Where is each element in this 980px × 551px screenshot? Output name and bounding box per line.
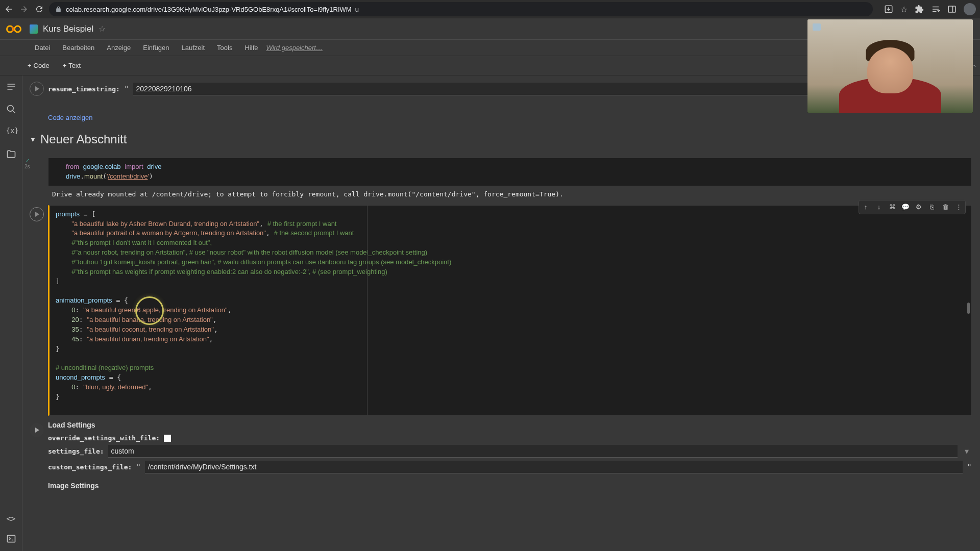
cell-success-icon: ✓: [26, 158, 30, 163]
quote-open: ": [136, 462, 141, 472]
resume-label: resume_timestring:: [48, 85, 120, 93]
link-icon[interactable]: ⌘: [886, 201, 899, 214]
colab-logo-icon[interactable]: [6, 23, 24, 35]
section-title: Neuer Abschnitt: [40, 132, 127, 146]
menu-laufzeit[interactable]: Laufzeit: [177, 42, 210, 54]
svg-point-5: [7, 106, 13, 112]
custom-file-input[interactable]: [145, 461, 963, 473]
settings-file-label: settings_file:: [48, 447, 104, 455]
svg-rect-1: [948, 6, 955, 12]
menu-einfuegen[interactable]: Einfügen: [138, 42, 174, 54]
lock-icon: [55, 6, 62, 13]
cell-output: Drive already mounted at /content/drive;…: [27, 186, 972, 202]
add-code-button[interactable]: +Code: [22, 60, 55, 71]
saving-status[interactable]: Wird gespeichert…: [266, 44, 322, 52]
code-ruler: [367, 206, 368, 416]
sidepanel-icon[interactable]: [947, 5, 957, 14]
files-icon[interactable]: [6, 149, 16, 159]
move-down-icon[interactable]: ↓: [872, 201, 886, 214]
search-icon[interactable]: [6, 104, 16, 114]
custom-file-label: custom_settings_file:: [48, 463, 132, 471]
webcam-overlay: [807, 19, 973, 113]
quote-close: ": [967, 462, 972, 472]
menu-bearbeiten[interactable]: Bearbeiten: [57, 42, 100, 54]
dropdown-icon[interactable]: ▾: [962, 446, 972, 456]
menu-hilfe[interactable]: Hilfe: [239, 42, 263, 54]
load-settings-header: Load Settings: [48, 421, 972, 429]
more-icon[interactable]: ⋮: [952, 201, 965, 214]
cell-toolbar: ↑ ↓ ⌘ 💬 ⚙ ⎘ 🗑 ⋮: [859, 200, 966, 214]
settings-icon[interactable]: ⚙: [912, 201, 925, 214]
terminal-icon[interactable]: [6, 534, 16, 544]
delete-icon[interactable]: 🗑: [939, 201, 952, 214]
override-checkbox[interactable]: [164, 435, 171, 442]
override-label: override_settings_with_file:: [48, 434, 160, 442]
show-code-link[interactable]: Code anzeigen: [48, 114, 92, 121]
url-text: colab.research.google.com/drive/13G9KHyM…: [66, 6, 359, 13]
url-bar[interactable]: colab.research.google.com/drive/13G9KHyM…: [49, 2, 873, 16]
bookmark-list-icon[interactable]: [931, 5, 940, 14]
svg-line-6: [12, 111, 15, 113]
reload-icon[interactable]: [35, 5, 44, 14]
star-icon[interactable]: ☆: [99, 24, 106, 34]
add-text-button[interactable]: +Text: [58, 60, 86, 71]
menu-datei[interactable]: Datei: [30, 42, 55, 54]
code-editor-prompts[interactable]: prompts = [ "a beautiful lake by Asher B…: [48, 205, 972, 416]
run-button[interactable]: [30, 207, 44, 221]
snippets-icon[interactable]: <>: [6, 514, 16, 524]
variables-icon[interactable]: {x}: [6, 127, 16, 137]
section-collapse-icon[interactable]: ▼: [30, 136, 36, 143]
bookmark-icon[interactable]: ☆: [900, 5, 908, 14]
forward-icon[interactable]: [19, 5, 29, 14]
back-icon[interactable]: [4, 5, 13, 14]
webcam-app-icon: [813, 23, 821, 31]
mirror-icon[interactable]: ⎘: [925, 201, 939, 214]
settings-file-select[interactable]: [108, 445, 958, 458]
toc-icon[interactable]: [6, 82, 16, 92]
browser-chrome-bar: colab.research.google.com/drive/13G9KHyM…: [0, 0, 980, 18]
run-button[interactable]: [30, 82, 44, 96]
install-icon[interactable]: [884, 5, 893, 14]
code-editor-drive[interactable]: from google.colab import drive drive.mou…: [48, 158, 972, 186]
image-settings-header: Image Settings: [48, 482, 972, 490]
menu-tools[interactable]: Tools: [212, 42, 237, 54]
comment-icon[interactable]: 💬: [899, 201, 912, 214]
run-button[interactable]: [30, 423, 44, 437]
left-sidebar: {x} <>: [0, 76, 22, 551]
drive-doc-icon: [30, 24, 38, 34]
cell-exec-time: 2s: [24, 164, 30, 169]
move-up-icon[interactable]: ↑: [859, 201, 872, 214]
notebook-content[interactable]: resume_timestring: " Code anzeigen ▼ Neu…: [22, 76, 980, 551]
section-header: ▼ Neuer Abschnitt: [22, 125, 980, 152]
svg-point-4: [15, 26, 21, 32]
minimap-scrollbar[interactable]: [967, 303, 970, 314]
menu-anzeige[interactable]: Anzeige: [102, 42, 136, 54]
profile-avatar[interactable]: [964, 3, 976, 15]
svg-rect-7: [7, 535, 15, 542]
quote-open: ": [124, 84, 129, 94]
extensions-icon[interactable]: [915, 5, 924, 14]
doc-title[interactable]: Kurs Beispiel: [43, 24, 93, 34]
